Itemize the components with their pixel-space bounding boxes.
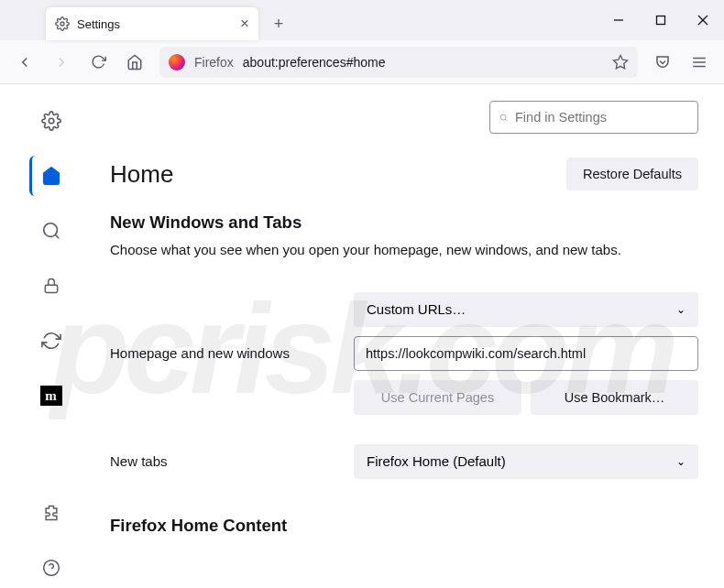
- sidebar-sync[interactable]: [29, 321, 70, 361]
- gear-icon: [55, 16, 70, 31]
- close-tab-icon[interactable]: ×: [240, 15, 249, 33]
- sidebar-more[interactable]: m: [29, 376, 70, 416]
- url-prefix: Firefox: [194, 55, 234, 70]
- main-panel: Home Restore Defaults New Windows and Ta…: [99, 84, 724, 588]
- svg-line-16: [505, 119, 507, 121]
- sidebar-help[interactable]: [29, 548, 70, 588]
- homepage-mode-select[interactable]: Custom URLs… ⌄: [354, 292, 698, 327]
- svg-rect-2: [657, 16, 665, 25]
- section-heading: New Windows and Tabs: [110, 212, 698, 233]
- newtabs-label: New tabs: [110, 453, 345, 469]
- firefox-icon: [169, 54, 185, 71]
- title-bar: Settings × +: [0, 0, 724, 40]
- url-path: about:preferences#home: [243, 55, 386, 70]
- sidebar-home[interactable]: [29, 156, 70, 196]
- menu-icon[interactable]: [684, 47, 715, 78]
- homepage-url-input[interactable]: [354, 336, 698, 371]
- search-icon: [499, 111, 508, 125]
- minimize-button[interactable]: [598, 0, 640, 40]
- pocket-icon[interactable]: [647, 47, 678, 78]
- use-current-pages-button[interactable]: Use Current Pages: [354, 380, 521, 415]
- reload-button[interactable]: [82, 47, 114, 78]
- chevron-down-icon: ⌄: [676, 455, 686, 468]
- header-row: Home Restore Defaults: [110, 158, 698, 191]
- nav-toolbar: Firefox about:preferences#home: [0, 40, 724, 84]
- svg-rect-12: [45, 285, 57, 292]
- home-icon[interactable]: [119, 47, 150, 78]
- window-controls: [598, 0, 724, 40]
- settings-search-input[interactable]: [515, 110, 688, 125]
- new-tab-button[interactable]: +: [264, 9, 293, 38]
- svg-line-11: [55, 234, 59, 238]
- content-area: m Home Restore Defaults New Windows and …: [0, 84, 724, 588]
- restore-defaults-button[interactable]: Restore Defaults: [566, 158, 698, 191]
- newtabs-value: Firefox Home (Default): [367, 453, 506, 469]
- svg-point-13: [43, 561, 59, 576]
- url-bar[interactable]: Firefox about:preferences#home: [159, 47, 638, 78]
- m-icon: m: [40, 386, 62, 406]
- sidebar: m: [0, 84, 99, 588]
- svg-point-0: [60, 22, 64, 26]
- svg-point-10: [43, 223, 57, 237]
- homepage-url-row: Homepage and new windows: [110, 336, 698, 371]
- sidebar-general[interactable]: [29, 101, 70, 141]
- chevron-down-icon: ⌄: [676, 303, 686, 316]
- homepage-select-row: Custom URLs… ⌄: [110, 292, 698, 327]
- homepage-label: Homepage and new windows: [110, 345, 345, 361]
- svg-marker-5: [614, 55, 628, 68]
- back-button[interactable]: [9, 47, 40, 78]
- svg-point-15: [500, 114, 506, 120]
- tab-title: Settings: [77, 17, 120, 31]
- page-title: Home: [110, 160, 173, 189]
- sidebar-extensions[interactable]: [29, 493, 70, 533]
- sidebar-search[interactable]: [29, 211, 70, 251]
- newtabs-select[interactable]: Firefox Home (Default) ⌄: [354, 444, 698, 479]
- settings-search[interactable]: [489, 101, 698, 134]
- homepage-mode-value: Custom URLs…: [367, 301, 466, 317]
- svg-point-9: [49, 118, 54, 124]
- use-bookmark-button[interactable]: Use Bookmark…: [531, 380, 698, 415]
- homepage-buttons: Use Current Pages Use Bookmark…: [354, 380, 698, 415]
- section2-heading: Firefox Home Content: [110, 516, 698, 536]
- browser-tab[interactable]: Settings ×: [46, 7, 258, 40]
- bookmark-star-icon[interactable]: [612, 54, 629, 71]
- newtabs-row: New tabs Firefox Home (Default) ⌄: [110, 444, 698, 479]
- maximize-button[interactable]: [640, 0, 682, 40]
- section-description: Choose what you see when you open your h…: [110, 240, 698, 261]
- close-window-button[interactable]: [682, 0, 724, 40]
- sidebar-privacy[interactable]: [29, 266, 70, 306]
- forward-button[interactable]: [46, 47, 77, 78]
